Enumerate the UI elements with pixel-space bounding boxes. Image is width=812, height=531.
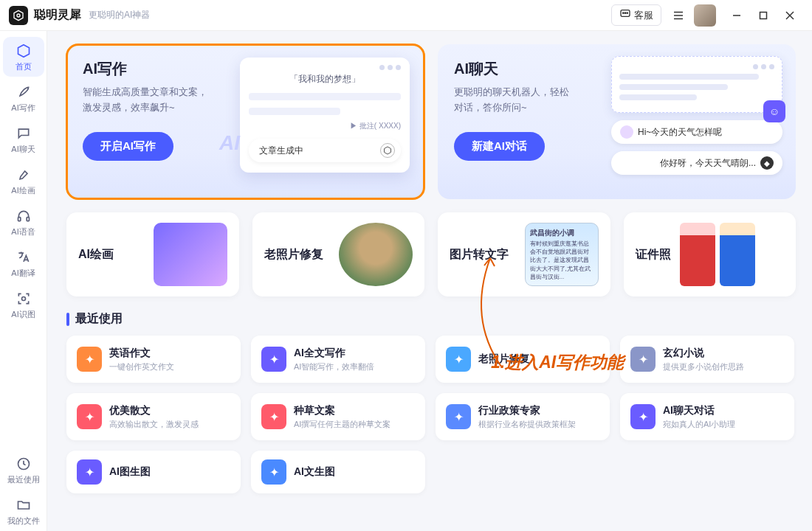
card-subtitle: 高效输出散文，激发灵感 (109, 419, 199, 430)
tile-id-photo[interactable]: 证件照 (624, 212, 796, 296)
tile-restore-image (339, 223, 413, 286)
headphone-icon (16, 208, 32, 224)
sidebar-item-home[interactable]: 首页 (3, 37, 44, 77)
recent-card[interactable]: ✦种草文案AI撰写任何主题的种草文案 (251, 393, 425, 440)
card-subtitle: 根据行业名称提供政策框架 (478, 419, 576, 430)
recent-card[interactable]: ✦AI聊天对话宛如真人的AI小助理 (620, 393, 794, 440)
svg-point-16 (21, 297, 25, 301)
chat-bubble-user: Hi~今天的天气怎样呢 (611, 120, 782, 144)
card-icon: ✦ (630, 347, 656, 372)
app-logo-icon (9, 6, 28, 25)
titlebar: 聪明灵犀 更聪明的AI神器 客服 (0, 0, 812, 31)
card-title: 英语作文 (109, 347, 174, 360)
svg-point-1 (17, 14, 20, 17)
sidebar: 首页 AI写作 AI聊天 AI绘画 AI语音 AI翻译 AI识图 最 (0, 31, 47, 531)
recent-card[interactable]: ✦优美散文高效输出散文，激发灵感 (66, 393, 241, 440)
card-title: 优美散文 (109, 404, 199, 417)
chat-mock: ☺ Hi~今天的天气怎样呢 你好呀，今天天气晴朗...◆ (611, 56, 782, 175)
ai-badge: AI (219, 131, 240, 155)
sidebar-item-translate[interactable]: AI翻译 (3, 243, 44, 283)
card-subtitle: 一键创作英文作文 (109, 361, 174, 372)
chat-bubble-icon (619, 8, 631, 22)
sidebar-item-recent[interactable]: 最近使用 (3, 450, 44, 490)
hero-chat-desc: 更聪明的聊天机器人，轻松 对话，答你所问~ (454, 85, 594, 116)
hero-ai-chat[interactable]: AI聊天 更聪明的聊天机器人，轻松 对话，答你所问~ 新建AI对话 ☺ Hi~今… (438, 44, 796, 199)
chat-bubble-bot: 你好呀，今天天气晴朗...◆ (611, 151, 782, 175)
card-title: AI聊天对话 (663, 404, 735, 417)
card-title: 老照片修复 (478, 353, 530, 366)
recent-grid: ✦英语作文一键创作英文作文✦AI全文写作AI智能写作，效率翻倍✦老照片修复✦玄幻… (66, 336, 796, 493)
sidebar-item-draw[interactable]: AI绘画 (3, 161, 44, 201)
recent-card[interactable]: ✦英语作文一键创作英文作文 (66, 336, 241, 383)
new-ai-chat-button[interactable]: 新建AI对话 (454, 132, 545, 161)
card-subtitle: AI智能写作，效率翻倍 (294, 361, 374, 372)
menu-button[interactable] (667, 4, 689, 27)
tile-draw-image (154, 223, 227, 286)
sidebar-item-voice[interactable]: AI语音 (3, 202, 44, 242)
recent-card[interactable]: ✦老照片修复 (436, 336, 610, 383)
tile-photo-restore[interactable]: 老照片修复 (252, 212, 425, 296)
card-icon: ✦ (630, 404, 656, 429)
svg-rect-15 (27, 218, 29, 221)
app-title: 聪明灵犀 (34, 7, 81, 23)
close-button[interactable] (777, 4, 803, 27)
tile-id-image (680, 223, 755, 286)
tile-ocr-image: 武昌街的小调 有时候到重庆逛某书总会不自觉地跟武昌街对比去了。是这发现武昌街大大… (525, 223, 599, 286)
svg-point-3 (623, 13, 624, 13)
card-title: AI全文写作 (294, 347, 374, 360)
card-title: 玄幻小说 (663, 347, 744, 360)
write-mock-window: AI 「我和我的梦想」 ▶ 批注( XXXX) 文章生成中 (240, 58, 410, 173)
clock-icon (16, 456, 32, 472)
card-title: 行业政策专家 (478, 404, 576, 417)
tile-ai-draw[interactable]: AI绘画 (66, 212, 239, 296)
chat-float-icon: ☺ (763, 100, 785, 122)
card-subtitle: AI撰写任何主题的种草文案 (294, 419, 390, 430)
card-icon: ✦ (77, 459, 102, 485)
svg-point-5 (627, 13, 627, 13)
start-ai-write-button[interactable]: 开启AI写作 (83, 132, 173, 161)
app-subtitle: 更聪明的AI神器 (89, 9, 150, 21)
hero-write-desc: 智能生成高质量文章和文案， 激发灵感，效率飙升~ (83, 85, 223, 116)
sidebar-item-chat[interactable]: AI聊天 (3, 119, 44, 159)
card-title: 种草文案 (294, 404, 390, 417)
translate-icon (16, 249, 32, 266)
maximize-button[interactable] (750, 4, 777, 27)
user-avatar[interactable] (694, 4, 716, 27)
minimize-button[interactable] (723, 4, 750, 27)
sidebar-item-files[interactable]: 我的文件 (3, 491, 44, 531)
feather-icon (16, 84, 32, 100)
hero-ai-write[interactable]: AI写作 智能生成高质量文章和文案， 激发灵感，效率飙升~ 开启AI写作 AI … (66, 44, 424, 199)
svg-point-4 (625, 13, 625, 13)
card-icon: ✦ (77, 404, 102, 429)
hexagon-icon (380, 143, 395, 158)
card-icon: ✦ (261, 347, 286, 372)
svg-marker-18 (385, 147, 391, 154)
card-title: AI文生图 (294, 465, 335, 479)
card-icon: ✦ (261, 404, 286, 429)
card-icon: ✦ (77, 347, 102, 372)
card-icon: ✦ (446, 347, 471, 372)
tile-ocr[interactable]: 图片转文字 武昌街的小调 有时候到重庆逛某书总会不自觉地跟武昌街对比去了。是这发… (438, 212, 610, 296)
recent-card[interactable]: ✦AI文生图 (251, 451, 425, 493)
card-subtitle: 提供更多小说创作思路 (663, 361, 744, 372)
recent-card[interactable]: ✦AI图生图 (66, 451, 241, 493)
sidebar-item-write[interactable]: AI写作 (3, 78, 44, 118)
main-content: AI写作 智能生成高质量文章和文案， 激发灵感，效率飙升~ 开启AI写作 AI … (47, 31, 812, 531)
svg-marker-13 (18, 45, 29, 58)
sidebar-item-vision[interactable]: AI识图 (3, 285, 44, 324)
section-recent-header: 最近使用 (66, 311, 796, 327)
brush-icon (16, 167, 32, 183)
card-icon: ✦ (446, 404, 471, 429)
home-icon (16, 43, 32, 59)
card-subtitle: 宛如真人的AI小助理 (663, 419, 735, 430)
card-icon: ✦ (261, 459, 286, 485)
recent-card[interactable]: ✦行业政策专家根据行业名称提供政策框架 (436, 393, 610, 440)
card-title: AI图生图 (109, 465, 151, 479)
folder-icon (16, 497, 32, 513)
recent-card[interactable]: ✦AI全文写作AI智能写作，效率翻倍 (251, 336, 425, 383)
svg-rect-10 (760, 12, 767, 18)
scan-icon (16, 291, 32, 307)
recent-card[interactable]: ✦玄幻小说提供更多小说创作思路 (620, 336, 794, 383)
customer-service-button[interactable]: 客服 (611, 4, 661, 26)
svg-marker-0 (14, 10, 23, 20)
